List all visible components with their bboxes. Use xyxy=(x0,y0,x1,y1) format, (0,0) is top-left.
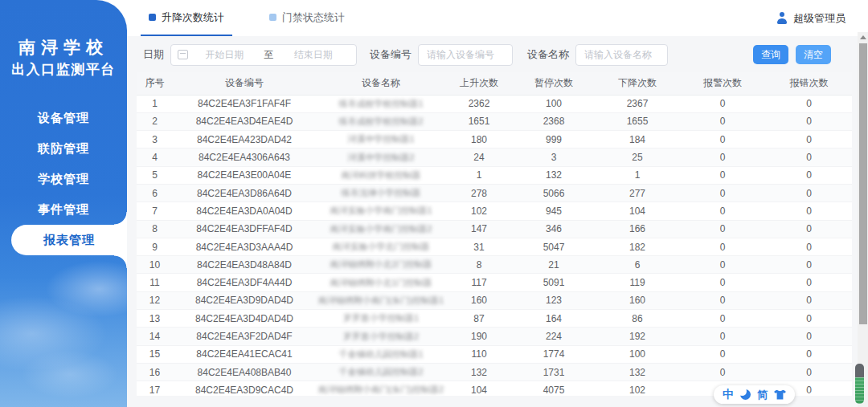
vertical-scrollbar[interactable] xyxy=(858,32,868,407)
pause-count-cell: 999 xyxy=(512,131,596,149)
rise-count-cell: 104 xyxy=(446,381,512,396)
pause-count-cell: 3 xyxy=(512,149,596,166)
device-name-cell: 南浔实验小学北门控制器 xyxy=(316,238,446,255)
ime-simplified-mode[interactable]: 简 xyxy=(757,388,768,402)
device-code-input[interactable] xyxy=(418,44,513,66)
alarm-count-cell: 0 xyxy=(679,95,766,112)
ime-language-mode[interactable]: 中 xyxy=(723,388,734,402)
pause-count-cell: 21 xyxy=(512,256,596,274)
device-name-cell: 南浔实验小学南门控制器2 xyxy=(316,220,446,238)
tab-lift-count-statistics[interactable]: 升降次数统计 xyxy=(141,0,232,36)
table-row: 884C2E4EA3DFFAF4D南浔实验小学南门控制器214734616600 xyxy=(137,220,852,238)
alarm-count-cell: 0 xyxy=(679,131,766,149)
rise-count-cell: 147 xyxy=(446,220,512,238)
row-index: 2 xyxy=(137,112,173,130)
scrollbar-up-arrow-icon[interactable] xyxy=(860,35,866,39)
device-name-cell: 浔溪中学控制器2 xyxy=(316,149,446,166)
app-title-line1: 南浔学校 xyxy=(0,35,127,59)
alarm-count-cell: 0 xyxy=(679,220,766,238)
pause-count-cell: 123 xyxy=(512,291,596,309)
descend-count-cell: 86 xyxy=(596,310,679,328)
alarm-count-cell: 0 xyxy=(679,345,766,363)
tab-bullet-icon xyxy=(269,14,276,21)
sidebar-item-school-management[interactable]: 学校管理 xyxy=(0,164,127,194)
device-name-cell: 练市成校学校控制器1 xyxy=(316,95,446,112)
date-range-separator: 至 xyxy=(261,48,277,62)
device-code-cell: 84C2E4EA4306A643 xyxy=(173,149,316,166)
floating-pen-widget[interactable] xyxy=(855,364,864,404)
filter-bar: 日期 开始日期 至 结束日期 设备编号 设备名称 查询 清空 xyxy=(143,43,852,66)
start-date-input[interactable]: 开始日期 xyxy=(188,48,261,62)
table-row: 1184C2E4EA3DF4A44D南浔锦绣附小北1门控制器1175091119… xyxy=(137,274,852,291)
date-range-input[interactable]: 开始日期 至 结束日期 xyxy=(170,44,357,66)
app-title: 南浔学校 出入口监测平台 xyxy=(0,35,127,80)
row-index: 10 xyxy=(137,256,173,274)
device-code-cell: 84C2E4EA3DF4A44D xyxy=(173,274,316,291)
device-code-cell: 84C2E4EA3D4EAE4D xyxy=(173,112,316,130)
column-header: 设备编号 xyxy=(173,72,316,95)
device-code-cell: 84C2E4EA3D9DAD4D xyxy=(173,291,316,309)
end-date-input[interactable]: 结束日期 xyxy=(277,48,350,62)
device-name-cell: 南浔科技学校控制器 xyxy=(316,166,446,184)
device-name-cell: 千金镇幼儿园控制器1 xyxy=(316,345,446,363)
descend-count-cell: 277 xyxy=(596,184,679,201)
device-code-cell: 84C2E4EA408BAB40 xyxy=(173,363,316,381)
error-count-cell: 0 xyxy=(766,184,852,201)
user-info[interactable]: 超级管理员 xyxy=(776,11,845,26)
device-code-cell: 84C2E4EA3D9CAC4D xyxy=(173,381,316,396)
descend-count-cell: 2367 xyxy=(596,95,679,112)
device-code-label: 设备编号 xyxy=(370,47,411,62)
error-count-cell: 0 xyxy=(766,166,852,184)
device-name-cell: 练市沈埭小学控制器 xyxy=(316,184,446,201)
rise-count-cell: 110 xyxy=(446,345,512,363)
clear-button[interactable]: 清空 xyxy=(796,45,831,64)
search-button[interactable]: 查询 xyxy=(753,45,788,64)
sidebar: 南浔学校 出入口监测平台 设备管理 联防管理 学校管理 事件管理 报表管理 xyxy=(0,0,127,407)
rise-count-cell: 117 xyxy=(446,274,512,291)
descend-count-cell: 132 xyxy=(596,363,679,381)
tab-access-status-statistics[interactable]: 门禁状态统计 xyxy=(261,0,353,36)
descend-count-cell: 25 xyxy=(596,149,679,166)
table-header-row: 序号设备编号设备名称上升次数暂停次数下降次数报警次数报错次数 xyxy=(137,72,852,95)
rise-count-cell: 278 xyxy=(446,184,512,201)
column-header: 序号 xyxy=(137,72,173,95)
device-name-cell: 罗开富小学控制器1 xyxy=(316,310,446,328)
error-count-cell: 0 xyxy=(766,256,852,274)
device-name-cell: 罗开富小学控制器2 xyxy=(316,328,446,345)
device-name-cell: 练市成校学校控制器2 xyxy=(316,112,446,130)
row-index: 15 xyxy=(137,345,173,363)
descend-count-cell: 166 xyxy=(596,220,679,238)
error-count-cell: 0 xyxy=(766,202,852,220)
device-name-cell: 南浔锦绣附小南门(东门)控制器1 xyxy=(316,291,446,309)
moon-icon[interactable] xyxy=(740,389,751,400)
filter-buttons: 查询 清空 xyxy=(753,45,831,64)
sidebar-item-device-management[interactable]: 设备管理 xyxy=(0,103,127,133)
pause-count-cell: 164 xyxy=(512,310,596,328)
rise-count-cell: 8 xyxy=(446,256,512,274)
descend-count-cell: 160 xyxy=(596,291,679,309)
rise-count-cell: 87 xyxy=(446,310,512,328)
pause-count-cell: 132 xyxy=(512,166,596,184)
sidebar-item-event-management[interactable]: 事件管理 xyxy=(0,194,127,225)
scrollbar-thumb[interactable] xyxy=(859,43,867,324)
ime-toolbar[interactable]: 中 简 xyxy=(714,385,795,404)
rise-count-cell: 2362 xyxy=(446,95,512,112)
error-count-cell: 0 xyxy=(766,220,852,238)
shirt-skin-icon[interactable] xyxy=(774,390,786,400)
table-row: 1684C2E4EA408BAB40千金镇幼儿园控制器2132173113200 xyxy=(137,363,852,381)
pause-count-cell: 224 xyxy=(512,328,596,345)
row-index: 6 xyxy=(137,184,173,201)
alarm-count-cell: 0 xyxy=(679,184,766,201)
device-name-cell: 南浔锦绣附小南门(东门)控制器2 xyxy=(316,381,446,396)
row-index: 12 xyxy=(137,291,173,309)
table-row: 1484C2E4EA3F2DAD4F罗开富小学控制器219022419200 xyxy=(137,328,852,345)
rise-count-cell: 160 xyxy=(446,291,512,309)
table-row: 284C2E4EA3D4EAE4D练市成校学校控制器21651236816550… xyxy=(137,112,852,130)
sidebar-item-joint-defense-management[interactable]: 联防管理 xyxy=(0,133,127,164)
device-name-input[interactable] xyxy=(575,44,668,66)
user-icon xyxy=(776,12,788,24)
rise-count-cell: 1651 xyxy=(446,112,512,130)
error-count-cell: 0 xyxy=(766,149,852,166)
sidebar-item-report-management[interactable]: 报表管理 xyxy=(11,225,127,255)
descend-count-cell: 119 xyxy=(596,274,679,291)
